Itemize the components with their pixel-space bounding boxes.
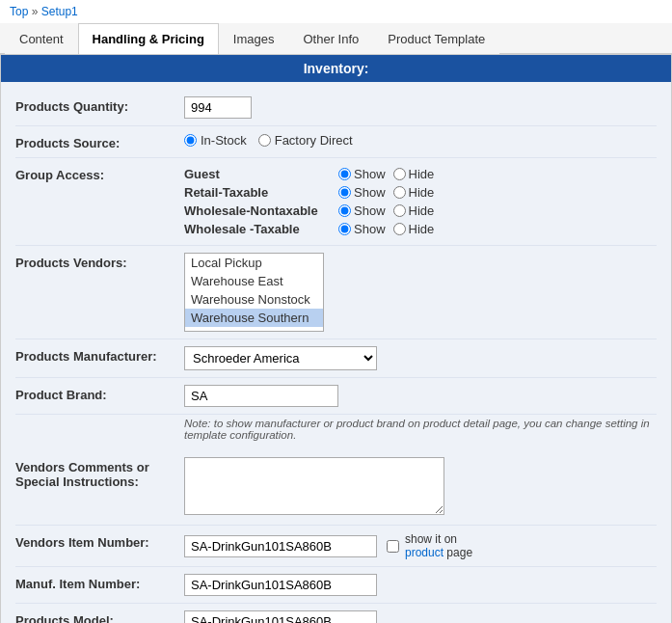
tab-bar: Content Handling & Pricing Images Other … (0, 23, 672, 54)
vendors-listbox[interactable]: Local Pickup Warehouse East Warehouse No… (184, 253, 324, 332)
group-access-control: Guest Show Hide Retail-Taxable (184, 165, 657, 238)
source-factory-direct[interactable]: Factory Direct (258, 133, 353, 148)
manuf-item-number-control (184, 574, 657, 596)
group-wholesale-nontaxable-row: Wholesale-Nontaxable Show Hide (184, 202, 440, 220)
product-link[interactable]: product (405, 546, 444, 559)
vendors-comments-textarea[interactable] (184, 457, 444, 515)
group-wholesale-taxable-row: Wholesale -Taxable Show Hide (184, 220, 440, 238)
group-access-table: Guest Show Hide Retail-Taxable (184, 165, 440, 238)
group-wholesale-nontaxable-options: Show Hide (338, 202, 440, 220)
manuf-item-number-label: Manuf. Item Number: (15, 574, 184, 591)
vendor-warehouse-nonstock[interactable]: Warehouse Nonstock (185, 290, 323, 309)
guest-hide[interactable]: Hide (393, 167, 435, 181)
vendors-item-number-input[interactable] (184, 535, 377, 557)
products-source-label: Products Source: (15, 133, 184, 150)
vendors-item-number-control: show it onproduct page (184, 532, 657, 559)
group-access-label: Group Access: (15, 165, 184, 182)
products-model-row: Products Model: (15, 604, 657, 623)
tab-images[interactable]: Images (219, 23, 289, 54)
group-wholesale-taxable-options: Show Hide (338, 220, 440, 238)
guest-show[interactable]: Show (338, 167, 386, 181)
wholesale-nontaxable-hide[interactable]: Hide (393, 203, 435, 218)
breadcrumb: Top » Setup1 (0, 0, 672, 23)
product-brand-control (184, 385, 657, 407)
note-text: Note: to show manufacturer or product br… (184, 415, 657, 444)
group-retail-taxable-row: Retail-Taxable Show Hide (184, 183, 440, 202)
note-row: Note: to show manufacturer or product br… (15, 415, 657, 450)
products-manufacturer-select[interactable]: Schroeder America (184, 346, 377, 370)
vendors-comments-control (184, 457, 657, 518)
tab-product-template[interactable]: Product Template (373, 23, 499, 54)
group-access-row: Group Access: Guest Show Hide Retail- (15, 158, 657, 246)
group-retail-taxable-options: Show Hide (338, 183, 440, 202)
manuf-item-number-input[interactable] (184, 574, 377, 596)
retail-taxable-hide[interactable]: Hide (393, 185, 435, 200)
vendors-item-number-label: Vendors Item Number: (15, 532, 184, 550)
products-source-radio-group: In-Stock Factory Direct (184, 133, 657, 148)
products-model-input[interactable] (184, 610, 377, 623)
products-quantity-control (184, 96, 657, 119)
vendor-local-pickup[interactable]: Local Pickup (185, 254, 323, 272)
source-in-stock-radio[interactable] (184, 134, 197, 147)
products-manufacturer-control: Schroeder America (184, 346, 657, 370)
products-source-row: Products Source: In-Stock Factory Direct (15, 126, 657, 158)
products-source-control: In-Stock Factory Direct (184, 133, 657, 148)
products-vendors-control: Local Pickup Warehouse East Warehouse No… (184, 253, 657, 332)
product-brand-row: Product Brand: (15, 378, 657, 415)
vendors-comments-row: Vendors Comments or Special Instructions… (15, 450, 657, 526)
tab-content[interactable]: Content (5, 23, 78, 54)
show-on-page-checkbox[interactable] (387, 540, 399, 553)
group-guest-options: Show Hide (338, 165, 440, 183)
group-guest-row: Guest Show Hide (184, 165, 440, 183)
retail-taxable-show[interactable]: Show (338, 185, 386, 200)
products-manufacturer-label: Products Manufacturer: (15, 346, 184, 364)
wholesale-taxable-show[interactable]: Show (338, 222, 386, 236)
product-brand-label: Product Brand: (15, 385, 184, 402)
products-model-label: Products Model: (15, 610, 184, 623)
vendors-comments-label: Vendors Comments or Special Instructions… (15, 457, 184, 489)
vendors-item-number-row: Vendors Item Number: show it onproduct p… (15, 526, 657, 567)
products-manufacturer-row: Products Manufacturer: Schroeder America (15, 339, 657, 378)
group-wholesale-taxable-name: Wholesale -Taxable (184, 220, 338, 238)
manuf-item-number-row: Manuf. Item Number: (15, 567, 657, 604)
products-quantity-row: Products Quantity: (15, 90, 657, 126)
vendor-warehouse-southern[interactable]: Warehouse Southern (185, 309, 323, 327)
products-vendors-label: Products Vendors: (15, 253, 184, 270)
source-in-stock[interactable]: In-Stock (184, 133, 247, 148)
group-retail-taxable-name: Retail-Taxable (184, 183, 338, 202)
group-guest-name: Guest (184, 165, 338, 183)
breadcrumb-setup[interactable]: Setup1 (41, 5, 78, 18)
form-body: Products Quantity: Products Source: In-S… (1, 82, 671, 623)
show-on-page-row: show it onproduct page (387, 532, 472, 559)
main-content: Inventory: Products Quantity: Products S… (0, 54, 672, 623)
tab-handling-pricing[interactable]: Handling & Pricing (78, 23, 219, 54)
products-vendors-row: Products Vendors: Local Pickup Warehouse… (15, 246, 657, 339)
wholesale-nontaxable-show[interactable]: Show (338, 203, 386, 218)
source-factory-direct-radio[interactable] (258, 134, 271, 147)
tab-other-info[interactable]: Other Info (288, 23, 373, 54)
products-quantity-label: Products Quantity: (15, 96, 184, 114)
show-on-page-label: show it onproduct page (405, 532, 472, 559)
breadcrumb-top[interactable]: Top (10, 5, 28, 18)
section-header: Inventory: (1, 55, 671, 82)
group-wholesale-nontaxable-name: Wholesale-Nontaxable (184, 202, 338, 220)
products-quantity-input[interactable] (184, 96, 252, 119)
product-brand-input[interactable] (184, 385, 338, 407)
products-model-control (184, 610, 657, 623)
wholesale-taxable-hide[interactable]: Hide (393, 222, 435, 236)
vendor-warehouse-east[interactable]: Warehouse East (185, 272, 323, 290)
